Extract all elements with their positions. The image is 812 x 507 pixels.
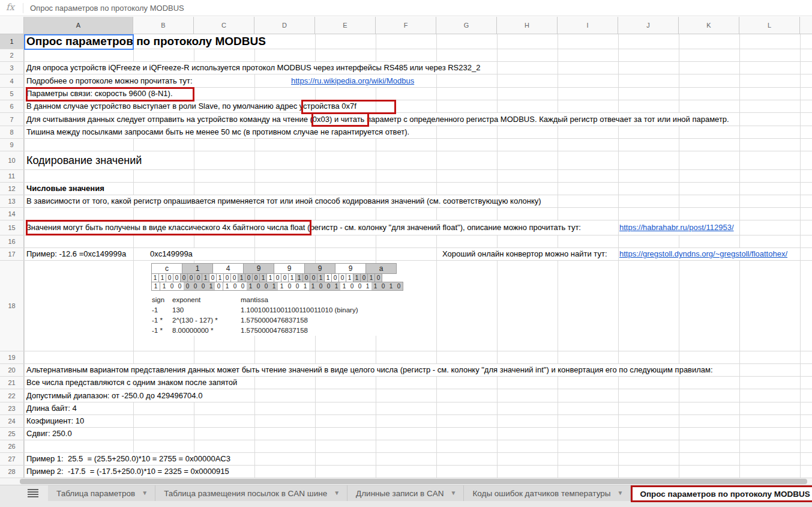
sheet-tab[interactable]: Опрос параметров по протоколу MODBUS▼ <box>631 485 812 502</box>
column-header-J[interactable]: J <box>618 17 679 34</box>
float-legend-row: -11301.10010011001100110011010 (binary) <box>152 305 403 315</box>
horizontal-scrollbar-thumb[interactable] <box>20 479 807 484</box>
column-header-F[interactable]: F <box>376 17 436 34</box>
row-header-19[interactable]: 19 <box>0 351 24 364</box>
all-sheets-menu-icon[interactable] <box>28 488 38 498</box>
cell-link[interactable]: https://ru.wikipedia.org/wiki/Modbus <box>291 74 416 87</box>
float-encoding-image[interactable]: c149999a11000001010010011001100110011010… <box>152 263 403 336</box>
column-header-C[interactable]: C <box>194 17 254 34</box>
row-header-6[interactable]: 6 <box>0 100 24 113</box>
row-header-11[interactable]: 11 <box>0 170 24 183</box>
row-header-7[interactable]: 7 <box>0 113 24 126</box>
float-legend-row: -1 *8.00000000 *1.5750000476837158 <box>152 326 403 336</box>
tab-dropdown-arrow-icon[interactable]: ▼ <box>334 490 340 496</box>
cell-text[interactable]: Кодирование значений <box>26 151 143 169</box>
column-header-E[interactable]: E <box>315 17 376 34</box>
gridline-horizontal <box>0 195 812 195</box>
cell-text[interactable]: Подробнее о протоколе можно прочитать ту… <box>26 74 194 87</box>
cell-text[interactable]: 0xc149999a <box>150 248 194 260</box>
row-header-15[interactable]: 15 <box>0 220 24 235</box>
row-header-26[interactable]: 26 <box>0 440 24 453</box>
tab-dropdown-arrow-icon[interactable]: ▼ <box>451 490 457 496</box>
row-header-20[interactable]: 20 <box>0 364 24 377</box>
sheet-tab[interactable]: Коды ошибок датчиков температуры▼ <box>464 485 631 501</box>
column-header-L[interactable]: L <box>739 17 800 34</box>
cell-text[interactable]: Альтернативным вариантом представления д… <box>26 364 715 376</box>
sheet-tab[interactable]: Таблица размещения посылок в CAN шине▼ <box>155 485 347 501</box>
grid-body[interactable]: 1Опрос параметров по протоколу MODBUS23Д… <box>0 34 812 478</box>
cell-link[interactable]: https://habrahabr.ru/post/112953/ <box>619 220 736 235</box>
row-header-8[interactable]: 8 <box>0 126 24 139</box>
row-header-22[interactable]: 22 <box>0 389 24 402</box>
cell-text[interactable]: В зависимости от того, какой регистр опр… <box>26 195 543 207</box>
cell-text[interactable]: Для считывания данных следует отправить … <box>26 113 731 126</box>
cell-text[interactable]: Хороший онлайн конвертор можно найти тут… <box>442 248 609 260</box>
column-header-D[interactable]: D <box>254 17 315 34</box>
row-header-9[interactable]: 9 <box>0 139 24 151</box>
row-header-21[interactable]: 21 <box>0 377 24 389</box>
bit-char: 0 <box>184 282 191 290</box>
row-header-14[interactable]: 14 <box>0 208 24 220</box>
row-header-5[interactable]: 5 <box>0 88 24 100</box>
bit-char: 1 <box>160 282 168 290</box>
float-legend-header: signexponentmantissa <box>152 295 403 305</box>
gridline-horizontal <box>0 427 812 428</box>
sheet-tab-label: Длинные записи в CAN <box>356 489 444 498</box>
row-header-23[interactable]: 23 <box>0 402 24 415</box>
row-header-1[interactable]: 1 <box>0 34 24 49</box>
column-header-I[interactable]: I <box>558 17 618 34</box>
cell-text[interactable]: Допустимый диапазон: от -250.0 до 429496… <box>26 389 204 402</box>
row-header-25[interactable]: 25 <box>0 428 24 440</box>
row-header-16[interactable]: 16 <box>0 235 24 248</box>
cell-text[interactable]: Для опроса устройств iQFreeze и iQFreeze… <box>26 62 482 74</box>
sheet-tab[interactable]: Длинные записи в CAN▼ <box>347 485 464 501</box>
column-header-G[interactable]: G <box>436 17 497 34</box>
column-header-B[interactable]: B <box>133 17 194 34</box>
bit-char: 0 <box>325 282 332 290</box>
tab-dropdown-arrow-icon[interactable]: ▼ <box>142 490 148 496</box>
bit-char: 1 <box>270 282 278 290</box>
cell-link[interactable]: https://gregstoll.dyndns.org/~gregstoll/… <box>619 248 789 260</box>
cell-text[interactable]: Пример 2: -17.5 = (-17.5+250.0)*10 = 232… <box>26 466 231 478</box>
row-header-2[interactable]: 2 <box>0 49 24 62</box>
cell-text[interactable]: Числовые значения <box>26 183 106 195</box>
row-header-12[interactable]: 12 <box>0 183 24 195</box>
cell-text[interactable]: Коэфициент: 10 <box>26 415 86 427</box>
cell-text[interactable]: Пример 1: 25.5 = (25.5+250.0)*10 = 2755 … <box>26 453 232 465</box>
tab-dropdown-arrow-icon[interactable]: ▼ <box>617 490 623 496</box>
column-header-K[interactable]: K <box>679 17 739 34</box>
exponent-cell: 10000010 <box>160 282 223 291</box>
bit-char: 1 <box>207 282 215 290</box>
horizontal-scrollbar[interactable] <box>0 478 812 485</box>
row-header-18[interactable]: 18 <box>0 261 24 351</box>
row-header-4[interactable]: 4 <box>0 74 24 88</box>
row-header-27[interactable]: 27 <box>0 453 24 466</box>
cell-text[interactable]: Длина байт: 4 <box>26 402 79 414</box>
cell-text[interactable]: Сдвиг: 250.0 <box>26 428 74 440</box>
row-header-10[interactable]: 10 <box>0 151 24 170</box>
grid-corner-cell[interactable] <box>0 17 24 34</box>
bit-char: 0 <box>293 282 301 290</box>
bit-char: 1 <box>364 282 371 290</box>
row-header-13[interactable]: 13 <box>0 195 24 208</box>
gridline-horizontal <box>0 260 812 261</box>
bit-char: 1 <box>301 282 309 290</box>
bit-char: 0 <box>215 282 223 290</box>
cell-text[interactable]: Тишина между посылками запросами быть не… <box>26 126 411 138</box>
gridline-horizontal <box>0 440 812 440</box>
gridline-horizontal <box>0 389 812 389</box>
hex-digit-cell: c <box>151 263 182 274</box>
row-header-24[interactable]: 24 <box>0 415 24 428</box>
mantissa-cell: 10010011001100110011010 <box>223 282 403 291</box>
sheet-tab[interactable]: Таблица параметров▼ <box>48 485 155 501</box>
gridline-horizontal <box>0 138 812 139</box>
column-header-A[interactable]: A <box>24 17 133 34</box>
cell-text[interactable]: Все числа представляются с одним знаком … <box>26 377 239 389</box>
column-header-H[interactable]: H <box>497 17 558 34</box>
row-header-3[interactable]: 3 <box>0 62 24 74</box>
cell-text[interactable]: Пример: -12.6 =0xc149999a <box>26 248 128 260</box>
row-header-28[interactable]: 28 <box>0 466 24 478</box>
bit-row: 11000001010010011001100110011010 <box>152 274 403 282</box>
row-header-17[interactable]: 17 <box>0 248 24 261</box>
formula-bar-value[interactable]: Опрос параметров по протоколу MODBUS <box>30 4 184 13</box>
